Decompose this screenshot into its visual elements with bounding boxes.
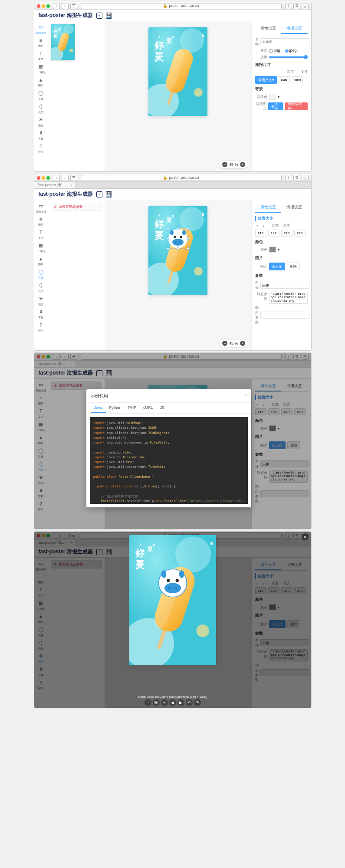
preview-close-button[interactable]: × [302, 533, 309, 540]
share-button[interactable]: ⇪ [285, 3, 292, 9]
static-param-input[interactable] [269, 292, 308, 304]
radio-png[interactable]: png [269, 48, 280, 53]
address-bar[interactable]: 🔒poster.prodapi.cn [81, 3, 282, 9]
dynamic-param-input[interactable] [260, 312, 309, 319]
delete-img-button[interactable]: 删除 [287, 263, 300, 270]
bg-color-swatch[interactable] [269, 94, 276, 100]
browser-chrome: ‹ › ☰ 🔒poster.prodapi.cn ⇪ ⧉ ⊞ [34, 2, 311, 10]
svg-point-37 [187, 238, 189, 240]
svg-point-65 [175, 579, 178, 582]
param-name-input[interactable] [260, 282, 309, 289]
delete-bg-button[interactable]: 删除背景图 [285, 102, 307, 110]
right-panel: 属性设置 海报设置 名称 格式 png jpeg 质量 海报尺寸 高度宽度 常用… [251, 21, 311, 171]
sidebar-item-text[interactable]: T文本 [34, 228, 48, 241]
back-button[interactable]: ‹ [53, 3, 60, 9]
qr-icon: ▦ [39, 64, 43, 69]
zoom-in-button[interactable]: + [240, 162, 245, 167]
svg-point-67 [179, 570, 184, 578]
sidebar-toggle[interactable]: ☰ [70, 175, 77, 181]
code-tab-python[interactable]: Python [106, 403, 125, 413]
tab-attr[interactable]: 属性设置 [255, 24, 282, 34]
tabs-button[interactable]: ⊞ [302, 3, 309, 9]
zoom-out-button[interactable]: − [222, 162, 227, 167]
sidebar-item-avatar[interactable]: ◯头像 [34, 268, 48, 281]
svg-point-25 [174, 236, 176, 238]
preview-prev[interactable]: ◀ [169, 699, 176, 706]
preview-play[interactable]: ▶ [177, 699, 184, 706]
poster[interactable]: 你好，夏天 立夏 壹拾捌拾十三 夏天来临时节 万物生长繁茂 [148, 27, 207, 116]
poster-thumbnail[interactable]: 你好，夏天 立夏 壹拾捌拾十三 夏天来临时节 万物生长繁茂 [51, 24, 75, 60]
preview-icon: 👁 [39, 117, 43, 122]
sidebar-item-layer[interactable]: ≡图层 [34, 215, 48, 228]
address-bar[interactable]: 🔒poster.prodapi.cn [81, 175, 282, 181]
w-input[interactable] [281, 230, 292, 237]
sidebar-item-layer[interactable]: ≡图层 [34, 36, 48, 49]
sidebar-item-my[interactable]: ▭我的海报 [34, 23, 48, 36]
sidebar-item-code[interactable]: ⟨⟩代码 [34, 281, 48, 295]
sidebar-item-my[interactable]: ▭我的海报 [34, 202, 48, 215]
preview-zoom-in[interactable]: + [161, 699, 168, 706]
preview-zoom-out[interactable]: − [145, 699, 151, 706]
code-tab-php[interactable]: PHP [125, 403, 140, 413]
sidebar-item-text[interactable]: T文本 [34, 49, 48, 62]
sidebar-item-preview[interactable]: 👁预览 [34, 295, 48, 308]
height-input[interactable] [292, 76, 303, 83]
tab-attr[interactable]: 属性设置 [255, 203, 282, 213]
save-icon[interactable]: 💾 [106, 13, 112, 19]
forward-button[interactable]: › [62, 175, 69, 181]
zoom-percent: 45 % [229, 162, 238, 167]
sidebar-item-image[interactable]: ▲图片 [34, 76, 48, 89]
browser-tab[interactable]: fast-poster 海... [34, 182, 69, 188]
qr-icon: ▦ [39, 243, 43, 248]
code-icon: ⟨⟩ [39, 283, 43, 288]
back-button[interactable]: ‹ [53, 175, 60, 181]
sidebar-item-code[interactable]: ⟨⟩代码 [34, 102, 48, 116]
sidebar-item-help[interactable]: ?帮助 [34, 142, 48, 155]
image-icon: ▲ [39, 77, 43, 82]
code-tab-js[interactable]: JS [157, 403, 168, 413]
tab-poster[interactable]: 海报设置 [281, 24, 308, 34]
upload-bg-button[interactable]: ⊕ 上传 [268, 102, 283, 110]
sidebar-item-preview[interactable]: 👁预览 [34, 116, 48, 129]
color-swatch[interactable] [269, 247, 276, 253]
code-tab-curl[interactable]: cURL [140, 403, 157, 413]
sidebar-item-qr[interactable]: ▦二维码 [34, 62, 48, 76]
h-input[interactable] [294, 230, 306, 237]
quality-slider[interactable] [269, 56, 308, 58]
poster[interactable]: 你好，夏天 立夏 壹拾捌拾十三 夏天来临时节 万物生长繁茂 [148, 206, 207, 295]
x-input[interactable] [255, 230, 266, 237]
svg-point-63 [174, 587, 177, 589]
sidebar-toggle[interactable]: ☰ [70, 3, 77, 9]
radio-jpeg[interactable]: jpeg [285, 48, 297, 53]
sidebar-item-download[interactable]: ⬇下载 [34, 308, 48, 321]
forward-button[interactable]: › [62, 3, 69, 9]
preview-rotate-l[interactable]: ↶ [186, 699, 193, 706]
upload-img-button[interactable]: ⊕ 上传 [269, 263, 285, 270]
text-icon: T [39, 51, 43, 56]
preview-info: a0ff80 ca66 4d60-aef1 c9b09365ec56 (640 … [138, 695, 207, 698]
y-input[interactable] [268, 230, 279, 237]
canvas[interactable]: 你好，夏天 立夏 壹拾捌拾十三 夏天来临时节 万物生长繁茂 − 45 % + [105, 21, 251, 171]
sidebar-item-help[interactable]: ?帮助 [34, 321, 48, 334]
svg-point-35 [177, 248, 179, 250]
svg-point-17 [194, 267, 203, 276]
sidebar-item-qr[interactable]: ▦二维码 [34, 241, 48, 255]
preview-zoom-reset[interactable]: ⦿ [153, 699, 160, 706]
svg-point-33 [187, 248, 189, 250]
tab-poster[interactable]: 海报设置 [281, 203, 308, 213]
preset-size-button[interactable]: 常用尺寸 ▾ [255, 76, 277, 84]
copy-button[interactable]: ⧉ [293, 3, 300, 9]
width-input[interactable] [279, 76, 290, 83]
sidebar-item-avatar[interactable]: ◯头像 [34, 89, 48, 102]
new-tab-button[interactable]: + [68, 182, 76, 188]
sidebar-item-download[interactable]: ⬇下载 [34, 129, 48, 142]
preview-rotate-r[interactable]: ↷ [194, 699, 201, 706]
name-input[interactable] [260, 38, 309, 45]
code-icon: ⟨⟩ [39, 104, 43, 109]
warning-banner: ⊘未设置动态参数 [51, 203, 102, 211]
new-icon[interactable]: + [96, 13, 102, 19]
modal-close-button[interactable]: × [244, 393, 247, 399]
code-tab-java[interactable]: Java [91, 403, 106, 413]
sidebar-item-image[interactable]: ▲图片 [34, 255, 48, 268]
browser-chrome: ‹ › ☰ 🔒poster.prodapi.cn ⇪⧉⊞ [34, 174, 311, 182]
